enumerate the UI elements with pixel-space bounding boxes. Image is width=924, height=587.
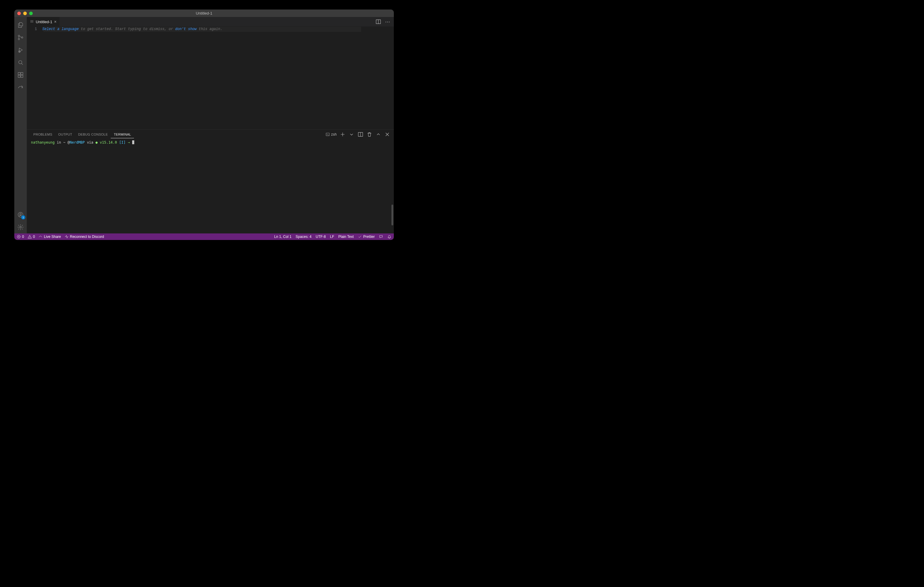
search-icon[interactable] [14,56,27,69]
split-editor-icon[interactable] [375,19,381,25]
status-prettier[interactable]: Prettier [358,235,375,239]
svg-point-2 [21,37,23,38]
run-debug-icon[interactable] [14,44,27,56]
tab-label: Untitled-1 [36,20,53,24]
status-eol[interactable]: LF [330,235,334,239]
status-ln-col[interactable]: Ln 1, Col 1 [274,235,291,239]
terminal-shell-label[interactable]: zsh [326,132,337,136]
close-tab-icon[interactable]: × [54,20,56,24]
terminal-cursor [132,140,134,144]
activity-bar: 1 [14,17,27,233]
window-title: Untitled-1 [14,11,394,15]
kill-terminal-icon[interactable] [366,132,372,137]
explorer-icon[interactable] [14,19,27,31]
status-bar: 0 0 Live Share Reconnect to Discord Ln 1… [14,233,394,240]
svg-rect-6 [18,75,20,77]
more-actions-icon[interactable]: ··· [385,19,391,25]
line-number: 1 [27,27,42,31]
tab-terminal[interactable]: TERMINAL [111,131,134,138]
editor-tab[interactable]: Untitled-1 × [27,17,59,26]
status-spaces[interactable]: Spaces: 4 [295,235,311,239]
live-share-icon[interactable] [14,81,27,94]
terminal-prompt: nathanyeung in ~ @NerdMBP via ● v15.14.0… [31,140,389,145]
status-warnings[interactable]: 0 [28,235,35,239]
status-reconnect-discord[interactable]: Reconnect to Discord [64,235,104,239]
panel-tab-bar: PROBLEMS OUTPUT DEBUG CONSOLE TERMINAL z… [27,130,394,139]
svg-point-1 [18,38,20,40]
status-feedback-icon[interactable] [379,235,383,239]
bottom-panel: PROBLEMS OUTPUT DEBUG CONSOLE TERMINAL z… [27,129,394,233]
main-area: Untitled-1 × ··· 1 Select a language to … [27,17,394,233]
split-terminal-icon[interactable] [358,132,363,137]
editor-tab-bar: Untitled-1 × ··· [27,17,394,26]
status-encoding[interactable]: UTF-8 [315,235,326,239]
maximize-panel-icon[interactable] [375,132,381,137]
svg-point-0 [18,35,20,36]
terminal-scrollbar[interactable] [391,205,393,225]
svg-point-10 [20,213,21,215]
new-terminal-icon[interactable] [340,132,346,137]
status-errors[interactable]: 0 [16,235,24,239]
terminal-dropdown-icon[interactable] [348,132,355,137]
accounts-icon[interactable]: 1 [14,209,27,221]
svg-point-11 [20,226,21,228]
status-language[interactable]: Plain Text [338,235,354,239]
source-control-icon[interactable] [14,31,27,44]
title-bar[interactable]: Untitled-1 [14,10,394,17]
current-line-highlight [43,27,361,32]
file-icon [30,19,34,25]
svg-rect-13 [326,133,330,136]
extensions-icon[interactable] [14,69,27,81]
status-live-share[interactable]: Live Share [38,235,61,239]
svg-rect-5 [18,72,20,75]
tab-output[interactable]: OUTPUT [55,131,75,138]
tab-problems[interactable]: PROBLEMS [30,131,55,138]
tab-debug-console[interactable]: DEBUG CONSOLE [75,131,111,138]
terminal-body[interactable]: nathanyeung in ~ @NerdMBP via ● v15.14.0… [27,139,394,233]
svg-rect-8 [21,72,23,75]
svg-rect-7 [21,75,23,77]
settings-gear-icon[interactable] [14,221,27,233]
window-body: 1 Untitled-1 × ··· [14,17,394,233]
editor-area[interactable]: 1 Select a language to get started. Star… [27,26,394,129]
accounts-badge: 1 [21,215,25,219]
vscode-window: Untitled-1 1 [14,10,394,240]
close-panel-icon[interactable] [384,132,390,137]
status-bell-icon[interactable] [387,235,391,239]
